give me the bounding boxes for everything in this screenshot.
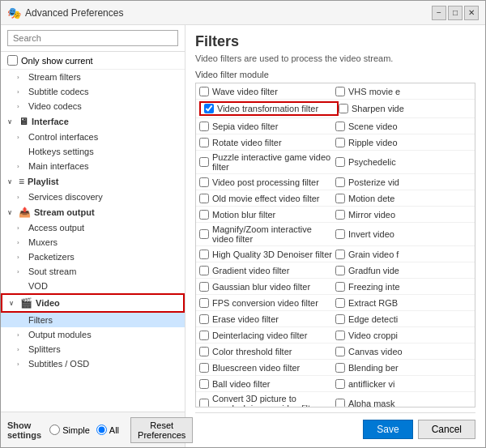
filters-scroll[interactable]: Wave video filter VHS movie e Video tran… <box>195 83 475 407</box>
sidebar-item-sout-stream[interactable]: › Sout stream <box>1 264 185 279</box>
grain-checkbox[interactable] <box>335 250 345 259</box>
sidebar-item-filters[interactable]: Filters <box>1 313 185 327</box>
ball-checkbox[interactable] <box>199 379 209 389</box>
blending-checkbox[interactable] <box>335 363 345 373</box>
all-radio[interactable] <box>96 425 107 435</box>
sidebar-item-subtitles-osd[interactable]: › Subtitles / OSD <box>1 356 185 371</box>
sidebar-item-stream-filters[interactable]: › Stream filters <box>1 70 185 84</box>
puzzle-checkbox[interactable] <box>199 157 209 167</box>
gradient-checkbox[interactable] <box>199 266 209 275</box>
chevron-right-icon: › <box>17 224 25 232</box>
rotate-checkbox[interactable] <box>199 138 209 147</box>
table-row: Deinterlacing video filter Video croppi <box>196 327 475 343</box>
sidebar-item-video[interactable]: ∨ 🎬 Video <box>1 293 185 313</box>
sidebar-item-muxers[interactable]: › Muxers <box>1 235 185 250</box>
sidebar-item-video-codecs[interactable]: › Video codecs <box>1 99 185 113</box>
old-movie-checkbox[interactable] <box>199 194 209 203</box>
sidebar-item-access-output[interactable]: › Access output <box>1 220 185 235</box>
filter-left-col: Ball video filter <box>199 379 335 389</box>
erase-checkbox[interactable] <box>199 314 209 324</box>
filter-left-col: Old movie effect video filter <box>199 194 335 203</box>
wave-checkbox[interactable] <box>199 87 209 96</box>
filter-right-col: Sharpen vide <box>339 104 471 113</box>
video-crop-checkbox[interactable] <box>335 331 345 340</box>
video-transform-checkbox[interactable] <box>204 104 214 113</box>
sidebar-item-splitters[interactable]: › Splitters <box>1 342 185 356</box>
table-row: Motion blur filter Mirror video <box>196 207 475 223</box>
sidebar-item-services-discovery[interactable]: › Services discovery <box>1 190 185 204</box>
close-button[interactable]: ✕ <box>464 6 479 20</box>
sepia-checkbox[interactable] <box>199 122 209 131</box>
sidebar-item-stream-output[interactable]: ∨ 📤 Stream output <box>1 204 185 220</box>
filter-label: Puzzle interactive game video filter <box>212 152 332 172</box>
alpha-mask-checkbox[interactable] <box>335 399 345 407</box>
color-threshold-checkbox[interactable] <box>199 347 209 356</box>
chevron-right-icon: › <box>17 239 25 246</box>
magnify-checkbox[interactable] <box>199 229 209 239</box>
filter-left-col: Puzzle interactive game video filter <box>199 152 335 172</box>
content-area: Only show current › Stream filters › Sub… <box>1 25 485 447</box>
sidebar-item-packetizers[interactable]: › Packetizers <box>1 250 185 264</box>
bluescreen-checkbox[interactable] <box>199 363 209 373</box>
gaussian-checkbox[interactable] <box>199 282 209 292</box>
filter-left-col: Sepia video filter <box>199 122 335 131</box>
filter-right-col: Mirror video <box>335 210 471 220</box>
posterize-checkbox[interactable] <box>335 177 345 187</box>
filter-label: antiflicker vi <box>348 379 394 389</box>
filter-left-col: Wave video filter <box>199 87 335 96</box>
table-row: Video post processing filter Posterize v… <box>196 174 475 190</box>
extract-rgb-checkbox[interactable] <box>335 298 345 308</box>
simple-label: Simple <box>62 425 90 435</box>
sidebar-item-output-modules[interactable]: › Output modules <box>1 327 185 342</box>
scene-checkbox[interactable] <box>335 122 345 131</box>
maximize-button[interactable]: □ <box>448 6 463 20</box>
deinterlace-checkbox[interactable] <box>199 331 209 340</box>
cancel-button[interactable]: Cancel <box>418 420 475 439</box>
filter-label: Bluescreen video filter <box>212 363 300 373</box>
filter-right-col: Grain video f <box>335 250 471 259</box>
filter-label: Psychedelic <box>348 157 396 167</box>
filter-label: Old movie effect video filter <box>212 194 319 203</box>
filter-left-col: Magnify/Zoom interactive video filter <box>199 224 335 244</box>
only-show-current-checkbox[interactable] <box>7 55 18 66</box>
vhs-checkbox[interactable] <box>335 87 345 96</box>
all-label: All <box>109 425 119 435</box>
search-input[interactable] <box>7 30 178 46</box>
simple-radio[interactable] <box>49 425 60 435</box>
mirror-checkbox[interactable] <box>335 210 345 220</box>
sidebar-item-vod[interactable]: VOD <box>1 279 185 293</box>
fps-checkbox[interactable] <box>199 298 209 308</box>
sidebar-item-playlist[interactable]: ∨ ≡ Playlist <box>1 173 185 190</box>
convert3d-checkbox[interactable] <box>199 399 209 407</box>
hq3d-checkbox[interactable] <box>199 250 209 259</box>
sidebar-item-hotkeys-settings[interactable]: Hotkeys settings <box>1 144 185 159</box>
save-button[interactable]: Save <box>363 420 412 439</box>
sidebar-item-interface[interactable]: ∨ 🖥 Interface <box>1 113 185 130</box>
filter-left-col: Video transformation filter <box>199 101 339 116</box>
filter-left-col: Video post processing filter <box>199 177 335 187</box>
freezing-checkbox[interactable] <box>335 282 345 292</box>
gradfun-checkbox[interactable] <box>335 266 345 275</box>
edge-detect-checkbox[interactable] <box>335 314 345 324</box>
advanced-preferences-window: 🎭 Advanced Preferences − □ ✕ Only show c… <box>0 0 486 448</box>
tree-area[interactable]: › Stream filters › Subtitle codecs › Vid… <box>1 70 185 412</box>
playlist-icon: ≡ <box>19 176 24 187</box>
ripple-checkbox[interactable] <box>335 138 345 147</box>
postprocess-checkbox[interactable] <box>199 177 209 187</box>
motion-blur-checkbox[interactable] <box>199 210 209 220</box>
sharpen-checkbox[interactable] <box>339 104 348 113</box>
filter-label: Ripple video <box>348 138 398 147</box>
psychedelic-checkbox[interactable] <box>335 157 345 167</box>
sidebar-item-subtitle-codecs[interactable]: › Subtitle codecs <box>1 84 185 99</box>
antiflicker-checkbox[interactable] <box>335 379 345 389</box>
canvas-checkbox[interactable] <box>335 347 345 356</box>
minimize-button[interactable]: − <box>432 6 446 20</box>
table-row: Bluescreen video filter Blending ber <box>196 360 475 376</box>
sidebar-item-main-interfaces[interactable]: › Main interfaces <box>1 159 185 173</box>
motion-detect-checkbox[interactable] <box>335 194 345 203</box>
chevron-right-icon: › <box>17 134 25 141</box>
reset-preferences-button[interactable]: Reset Preferences <box>130 417 193 443</box>
sidebar-item-control-interfaces[interactable]: › Control interfaces <box>1 130 185 144</box>
filter-label: VHS movie e <box>348 87 400 96</box>
invert-checkbox[interactable] <box>335 229 345 239</box>
